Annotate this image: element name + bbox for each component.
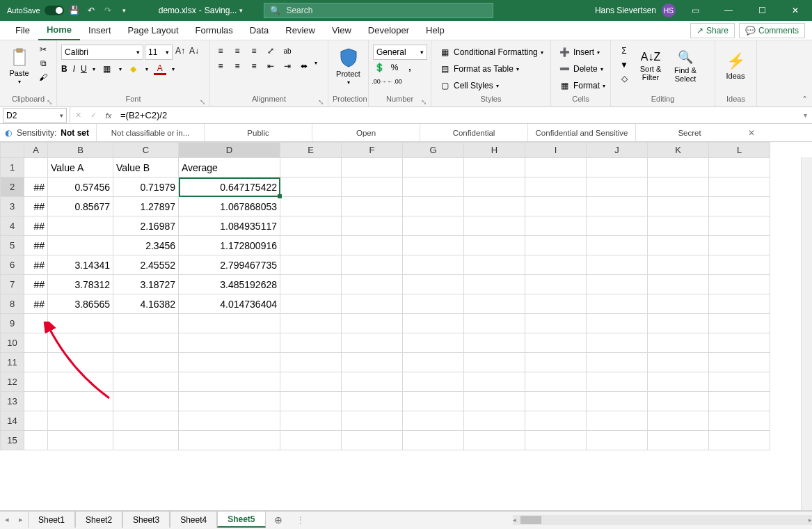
cell-I8[interactable]: [525, 294, 587, 314]
cell-D11[interactable]: [179, 353, 280, 372]
format-as-table-button[interactable]: ▤Format as Table▾: [436, 61, 522, 77]
row-header-10[interactable]: 10: [1, 333, 24, 353]
cell-F2[interactable]: [342, 177, 403, 197]
cell-D12[interactable]: [179, 372, 280, 392]
format-painter-icon[interactable]: 🖌: [37, 71, 49, 84]
cell-K13[interactable]: [648, 392, 709, 411]
cell-C15[interactable]: [113, 431, 179, 450]
cell-H11[interactable]: [464, 353, 525, 372]
cell-H3[interactable]: [464, 197, 525, 216]
cell-C8[interactable]: 4.16382: [113, 294, 179, 314]
cell-G15[interactable]: [403, 431, 464, 450]
save-icon[interactable]: 💾: [68, 4, 81, 17]
cell-L1[interactable]: [709, 158, 770, 177]
cell-B12[interactable]: [48, 372, 113, 392]
expand-formula-icon[interactable]: ▾: [798, 111, 812, 119]
col-header-L[interactable]: L: [709, 143, 770, 158]
cell-J4[interactable]: [587, 216, 648, 236]
autosave-toggle[interactable]: [45, 6, 64, 15]
cell-K11[interactable]: [648, 353, 709, 372]
cell-C12[interactable]: [113, 372, 179, 392]
cell-L4[interactable]: [709, 216, 770, 236]
align-top-icon[interactable]: ≡: [214, 45, 227, 57]
font-size-combo[interactable]: 11▾: [145, 45, 173, 60]
cell-E12[interactable]: [280, 372, 342, 392]
collapse-ribbon-icon[interactable]: ⌃: [802, 95, 808, 104]
minimize-icon[interactable]: —: [715, 0, 742, 21]
cell-C10[interactable]: [113, 333, 179, 353]
row-header-8[interactable]: 8: [1, 294, 24, 314]
cell-C4[interactable]: 2.16987: [113, 216, 179, 236]
cell-J3[interactable]: [587, 197, 648, 216]
increase-decimal-icon[interactable]: .00→: [373, 75, 385, 88]
cut-icon[interactable]: ✂: [37, 43, 49, 56]
cell-K12[interactable]: [648, 372, 709, 392]
cell-C9[interactable]: [113, 314, 179, 333]
sensitivity-opt[interactable]: Secret: [635, 124, 743, 141]
cell-H8[interactable]: [464, 294, 525, 314]
sheet-nav-first-icon[interactable]: ◂: [0, 515, 14, 524]
formula-input[interactable]: =(B2+C2)/2: [116, 110, 798, 120]
cell-J9[interactable]: [587, 314, 648, 333]
cell-A1[interactable]: [24, 158, 48, 177]
cell-C2[interactable]: 0.71979: [113, 177, 179, 197]
cell-G9[interactable]: [403, 314, 464, 333]
tab-formulas[interactable]: Formulas: [187, 21, 241, 40]
clear-icon[interactable]: ◇: [618, 72, 630, 85]
cell-D14[interactable]: [179, 411, 280, 431]
sensitivity-opt[interactable]: Public: [204, 124, 312, 141]
cell-G1[interactable]: [403, 158, 464, 177]
cancel-formula-icon[interactable]: ✕: [70, 111, 86, 120]
number-format-combo[interactable]: General▾: [373, 45, 427, 60]
cell-K10[interactable]: [648, 333, 709, 353]
cell-L14[interactable]: [709, 411, 770, 431]
protect-button[interactable]: Protect▾: [333, 42, 364, 90]
cell-E13[interactable]: [280, 392, 342, 411]
decrease-decimal-icon[interactable]: ←.00: [388, 75, 401, 88]
cell-D3[interactable]: 1.067868053: [179, 197, 280, 216]
cell-A2[interactable]: ##: [24, 177, 48, 197]
row-header-1[interactable]: 1: [1, 158, 24, 177]
title-dropdown-icon[interactable]: ▾: [239, 7, 243, 14]
col-header-A[interactable]: A: [24, 143, 48, 158]
cell-E4[interactable]: [280, 216, 342, 236]
cell-L7[interactable]: [709, 275, 770, 294]
cell-K2[interactable]: [648, 177, 709, 197]
col-header-D[interactable]: D: [179, 143, 280, 158]
redo-icon[interactable]: ↷: [102, 4, 114, 17]
cell-A15[interactable]: [24, 431, 48, 450]
cell-I14[interactable]: [525, 411, 587, 431]
chevron-down-icon[interactable]: ▾: [172, 66, 175, 72]
chevron-down-icon[interactable]: ▾: [60, 112, 63, 119]
cell-L15[interactable]: [709, 431, 770, 450]
cell-A13[interactable]: [24, 392, 48, 411]
row-header-13[interactable]: 13: [1, 392, 24, 411]
cell-L3[interactable]: [709, 197, 770, 216]
cell-B13[interactable]: [48, 392, 113, 411]
cell-F9[interactable]: [342, 314, 403, 333]
chevron-down-icon[interactable]: ▾: [93, 66, 95, 72]
cell-K1[interactable]: [648, 158, 709, 177]
cell-C1[interactable]: Value B: [113, 158, 179, 177]
col-header-I[interactable]: I: [525, 143, 587, 158]
cell-J5[interactable]: [587, 236, 648, 255]
cell-D2[interactable]: 0.647175422: [179, 177, 280, 197]
cell-J11[interactable]: [587, 353, 648, 372]
cell-I9[interactable]: [525, 314, 587, 333]
row-header-9[interactable]: 9: [1, 314, 24, 333]
cell-F11[interactable]: [342, 353, 403, 372]
cell-A9[interactable]: [24, 314, 48, 333]
cell-G8[interactable]: [403, 294, 464, 314]
insert-cells-button[interactable]: ➕Insert▾: [555, 45, 603, 60]
col-header-C[interactable]: C: [113, 143, 179, 158]
cell-C7[interactable]: 3.18727: [113, 275, 179, 294]
align-right-icon[interactable]: ≡: [248, 60, 260, 72]
worksheet-grid[interactable]: ABCDEFGHIJKL1Value AValue BAverage2##0.5…: [0, 142, 812, 511]
cell-E2[interactable]: [280, 177, 342, 197]
cell-D8[interactable]: 4.014736404: [179, 294, 280, 314]
cell-D10[interactable]: [179, 333, 280, 353]
align-middle-icon[interactable]: ≡: [231, 45, 244, 57]
decrease-indent-icon[interactable]: ⇤: [264, 60, 277, 72]
tab-file[interactable]: File: [7, 21, 38, 40]
row-header-7[interactable]: 7: [1, 275, 24, 294]
